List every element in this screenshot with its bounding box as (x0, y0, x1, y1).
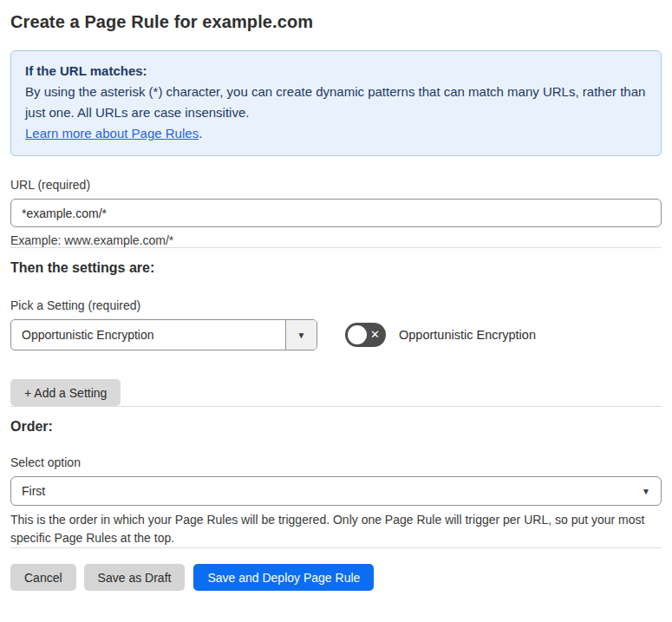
dropdown-arrow-icon: ▼ (297, 331, 306, 340)
toggle-off-x-icon: ✕ (370, 329, 380, 340)
setting-row: Opportunistic Encryption ▼ ✕ Opportunist… (10, 319, 662, 350)
create-page-rule-form: Create a Page Rule for example.com If th… (0, 0, 672, 591)
info-box-link-line: Learn more about Page Rules. (25, 123, 647, 144)
add-setting-button[interactable]: + Add a Setting (10, 379, 121, 406)
info-box-body: By using the asterisk (*) character, you… (25, 82, 647, 123)
setting-dropdown[interactable]: Opportunistic Encryption ▼ (10, 319, 317, 350)
learn-more-link[interactable]: Learn more about Page Rules (25, 126, 199, 141)
opportunistic-encryption-toggle[interactable]: ✕ (345, 323, 386, 347)
toggle-label: Opportunistic Encryption (399, 328, 536, 342)
divider (10, 406, 662, 407)
cancel-button[interactable]: Cancel (10, 564, 76, 591)
page-title: Create a Page Rule for example.com (10, 12, 662, 32)
divider (10, 547, 662, 548)
footer-buttons: Cancel Save as Draft Save and Deploy Pag… (10, 564, 662, 591)
select-option-label: Select option (10, 455, 662, 469)
order-select[interactable]: First ▼ (10, 476, 662, 506)
order-helper-text: This is the order in which your Page Rul… (10, 511, 662, 547)
url-example-helper: Example: www.example.com/* (10, 233, 662, 247)
setting-dropdown-value: Opportunistic Encryption (11, 320, 285, 350)
url-input[interactable] (10, 199, 662, 227)
divider (10, 247, 662, 248)
save-as-draft-button[interactable]: Save as Draft (84, 564, 186, 591)
link-period: . (199, 126, 202, 141)
toggle-knob (348, 325, 367, 344)
info-box-heading: If the URL matches: (25, 61, 647, 82)
pick-setting-label: Pick a Setting (required) (10, 298, 662, 312)
setting-dropdown-button[interactable]: ▼ (285, 320, 316, 350)
order-section-heading: Order: (10, 419, 662, 435)
select-chevron-icon: ▼ (642, 487, 650, 496)
url-label: URL (required) (10, 178, 662, 192)
settings-section-heading: Then the settings are: (10, 260, 662, 276)
order-select-value: First (22, 484, 45, 498)
save-and-deploy-button[interactable]: Save and Deploy Page Rule (193, 564, 374, 591)
url-matches-info-box: If the URL matches: By using the asteris… (10, 50, 662, 156)
